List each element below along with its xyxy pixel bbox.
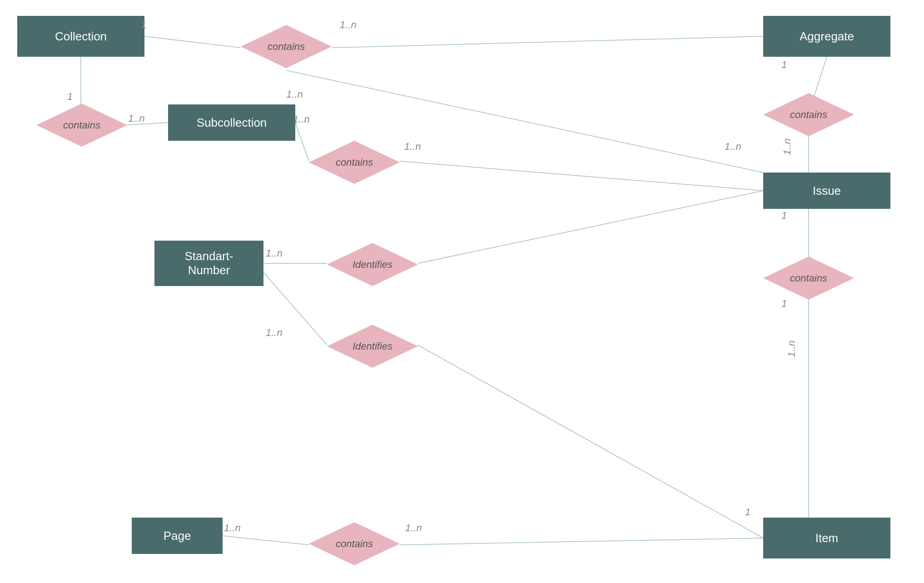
diamond-contains-bottom-label: contains: [336, 538, 373, 550]
entity-standart-number-label: Standart-Number: [185, 249, 233, 277]
entity-aggregate-label: Aggregate: [800, 30, 854, 44]
cardinality-15: 1..n: [786, 341, 798, 357]
diagram-lines: [0, 0, 924, 583]
cardinality-16: 1..n: [224, 522, 241, 534]
diamond-identifies-top-label: Identifies: [353, 259, 392, 271]
entity-standart-number: Standart-Number: [154, 241, 263, 286]
entity-page: Page: [132, 518, 223, 554]
entity-aggregate: Aggregate: [763, 16, 890, 57]
svg-line-5: [400, 161, 763, 191]
cardinality-12: 1..n: [266, 327, 283, 339]
svg-line-16: [400, 538, 763, 545]
diamond-contains-left: contains: [36, 104, 127, 147]
cardinality-13: 1: [781, 210, 787, 222]
svg-line-4: [295, 123, 309, 161]
diamond-identifies-bot: Identifies: [327, 325, 418, 368]
cardinality-2: 1..n: [340, 19, 357, 31]
cardinality-7: 1..n: [404, 141, 421, 153]
cardinality-10: 1..n: [781, 138, 793, 155]
diamond-contains-bottom: contains: [309, 522, 400, 565]
cardinality-5: 1..n: [293, 114, 310, 125]
cardinality-17: 1..n: [405, 522, 422, 534]
cardinality-14: 1: [781, 298, 787, 310]
cardinality-6: 1..n: [286, 89, 303, 100]
diagram-container: Collection Aggregate Subcollection Issue…: [0, 0, 924, 583]
diamond-contains-top: contains: [241, 25, 332, 68]
diamond-identifies-top: Identifies: [327, 243, 418, 286]
svg-line-15: [223, 536, 309, 545]
cardinality-8: 1..n: [725, 141, 741, 153]
entity-issue: Issue: [763, 173, 890, 209]
diamond-contains-issue-label: contains: [790, 272, 827, 284]
entity-issue-label: Issue: [813, 184, 841, 198]
diamond-contains-right-top: contains: [763, 93, 854, 136]
svg-line-0: [144, 36, 241, 48]
svg-line-14: [418, 345, 763, 538]
svg-line-1: [332, 36, 763, 48]
diamond-contains-issue: contains: [763, 257, 854, 300]
diamond-contains-mid-label: contains: [336, 157, 373, 168]
svg-line-12: [418, 191, 763, 263]
cardinality-18: 1: [745, 506, 750, 518]
diamond-contains-left-label: contains: [63, 119, 100, 131]
cardinality-1: 1: [141, 19, 146, 31]
cardinality-3: 1: [67, 91, 73, 103]
cardinality-4: 1..n: [128, 113, 145, 124]
diamond-contains-right-top-label: contains: [790, 109, 827, 121]
cardinality-9: 1: [781, 59, 787, 71]
entity-collection-label: Collection: [55, 30, 107, 44]
entity-item-label: Item: [815, 531, 839, 545]
diamond-contains-mid: contains: [309, 141, 400, 184]
cardinality-11: 1..n: [266, 247, 283, 259]
entity-subcollection: Subcollection: [168, 104, 295, 141]
entity-collection: Collection: [17, 16, 144, 57]
entity-item: Item: [763, 518, 890, 558]
diamond-identifies-bot-label: Identifies: [353, 341, 392, 352]
entity-page-label: Page: [164, 529, 191, 543]
diamond-contains-top-label: contains: [268, 41, 305, 53]
entity-subcollection-label: Subcollection: [197, 116, 267, 130]
